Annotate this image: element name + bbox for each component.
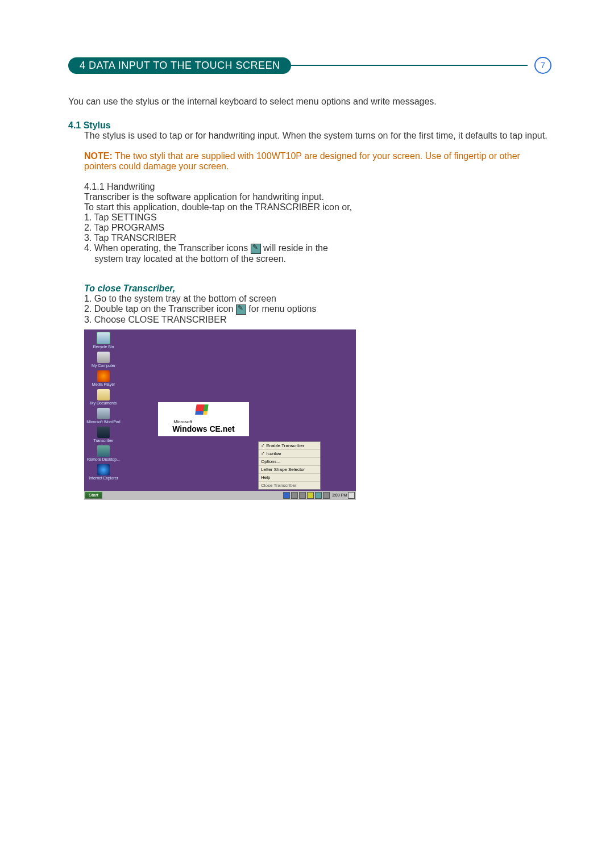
taskbar: Start 3:09 PM xyxy=(84,491,356,500)
transcriber-tray-icon-2 xyxy=(236,304,246,315)
windows-flag-icon xyxy=(196,404,211,418)
handwriting-title: 4.1.1 Handwriting xyxy=(84,182,551,192)
system-tray: 3:09 PM xyxy=(283,492,356,499)
tray-clock: 3:09 PM xyxy=(332,493,347,497)
intro-text: You can use the stylus or the internal k… xyxy=(68,97,551,107)
transcriber-tray-icon xyxy=(251,244,261,254)
handwriting-line1: Transcriber is the software application … xyxy=(84,192,551,202)
start-button[interactable]: Start xyxy=(85,491,102,499)
handwriting-step4c: system tray located at the bottom of the… xyxy=(94,254,551,264)
note-text: The two styli that are supplied with 100… xyxy=(84,151,520,171)
my-computer-icon[interactable]: My Computer xyxy=(86,352,121,368)
wordpad-icon[interactable]: Microsoft WordPad xyxy=(86,408,121,424)
close-step1: 1. Go to the system tray at the bottom o… xyxy=(84,294,551,304)
desktop-icons-column: Recycle Bin My Computer Media Player My … xyxy=(86,332,121,483)
menu-options[interactable]: Options... xyxy=(259,458,320,466)
media-player-icon[interactable]: Media Player xyxy=(86,370,121,387)
menu-enable-transcriber[interactable]: Enable Transcriber xyxy=(259,442,320,450)
document-page: 4 DATA INPUT TO THE TOUCH SCREEN 7 You c… xyxy=(0,0,614,534)
logo-small-text: Microsoft xyxy=(173,419,235,424)
handwriting-step2: 2. Tap PROGRAMS xyxy=(84,223,551,233)
menu-close-transcriber[interactable]: Close Transcriber xyxy=(259,482,320,489)
menu-help[interactable]: Help xyxy=(259,474,320,482)
tray-icon-1[interactable] xyxy=(283,492,290,499)
tray-transcriber-icon[interactable] xyxy=(315,492,322,499)
logo-main-text: Windows CE.net xyxy=(172,424,235,433)
transcriber-desktop-icon[interactable]: Transcriber xyxy=(86,427,121,443)
note-prefix: NOTE: xyxy=(84,151,113,161)
tray-icon-4[interactable] xyxy=(307,492,314,499)
close-step3: 3. Choose CLOSE TRANSCRIBER xyxy=(84,315,551,325)
handwriting-step1: 1. Tap SETTINGS xyxy=(84,212,551,223)
windows-ce-logo: Microsoft Windows CE.net xyxy=(158,402,249,436)
screenshot-desktop: Recycle Bin My Computer Media Player My … xyxy=(84,329,356,500)
transcriber-context-menu: Enable Transcriber Iconbar Options... Le… xyxy=(258,441,321,490)
internet-explorer-icon[interactable]: Internet Explorer xyxy=(86,464,121,481)
menu-letter-shape[interactable]: Letter Shape Selector xyxy=(259,466,320,474)
handwriting-step3: 3. Tap TRANSCRIBER xyxy=(84,233,551,243)
section-4-1-label: 4.1 Stylus xyxy=(68,120,111,130)
close-transcriber-title: To close Transcriber, xyxy=(84,283,551,294)
my-documents-icon[interactable]: My Documents xyxy=(86,389,121,406)
recycle-bin-icon[interactable]: Recycle Bin xyxy=(86,332,121,349)
menu-iconbar[interactable]: Iconbar xyxy=(259,450,320,458)
section-4-1-body: The stylus is used to tap or for handwri… xyxy=(84,131,551,141)
section-header: 4 DATA INPUT TO THE TOUCH SCREEN 7 xyxy=(68,57,551,74)
close-step2a: 2. Double tap on the Transcriber icon xyxy=(84,304,236,314)
tray-show-desktop[interactable] xyxy=(348,492,355,499)
page-number-badge: 7 xyxy=(534,57,551,74)
header-rule xyxy=(291,65,528,66)
tray-icon-2[interactable] xyxy=(291,492,298,499)
handwriting-line2: To start this application, double-tap on… xyxy=(84,202,551,212)
section-title-pill: 4 DATA INPUT TO THE TOUCH SCREEN xyxy=(68,57,291,74)
close-step2b: for menu options xyxy=(248,304,316,314)
handwriting-step4: 4. When operating, the Transcriber icons… xyxy=(84,243,551,254)
tray-icon-3[interactable] xyxy=(299,492,306,499)
close-step2: 2. Double tap on the Transcriber icon fo… xyxy=(84,304,551,315)
remote-desktop-icon[interactable]: Remote Desktop... xyxy=(86,445,121,462)
handwriting-step4a: 4. When operating, the Transcriber icons xyxy=(84,243,251,253)
handwriting-step4b: will reside in the xyxy=(263,243,328,253)
note-block: NOTE: The two styli that are supplied wi… xyxy=(84,151,551,172)
tray-icon-5[interactable] xyxy=(323,492,330,499)
